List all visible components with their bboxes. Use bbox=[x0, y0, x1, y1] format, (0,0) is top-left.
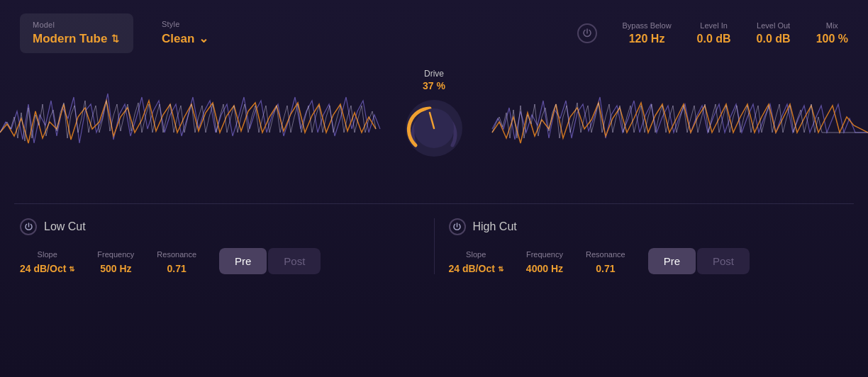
drive-knob[interactable] bbox=[403, 97, 465, 159]
model-label: Model bbox=[33, 21, 121, 29]
level-out-label: Level Out bbox=[757, 21, 791, 30]
high-cut-slope-label: Slope bbox=[449, 250, 503, 259]
style-value: Clean bbox=[162, 32, 194, 46]
bottom-section: Low Cut Slope 24 dB/Oct ⇅ Frequency 500 … bbox=[0, 204, 868, 274]
low-cut-slope-label: Slope bbox=[20, 250, 74, 259]
model-selector[interactable]: Modern Tube ⇅ bbox=[33, 32, 121, 46]
low-cut-title: Low Cut bbox=[20, 218, 420, 235]
low-cut-res-label: Resonance bbox=[157, 250, 196, 259]
level-in-group: Level In 0.0 dB bbox=[697, 21, 731, 45]
high-cut-res-value[interactable]: 0.71 bbox=[586, 263, 625, 274]
style-arrow-icon: ⌄ bbox=[199, 31, 208, 46]
waveform-area: Drive 37 % bbox=[0, 62, 868, 203]
low-cut-freq: Frequency 500 Hz bbox=[97, 250, 134, 274]
high-slope-arrows-icon: ⇅ bbox=[498, 265, 503, 273]
slope-arrows-icon: ⇅ bbox=[69, 265, 74, 273]
low-cut-slope-value[interactable]: 24 dB/Oct ⇅ bbox=[20, 263, 74, 274]
high-cut-res-label: Resonance bbox=[586, 250, 625, 259]
model-value: Modern Tube bbox=[33, 32, 107, 46]
high-cut-power-button[interactable] bbox=[449, 218, 466, 235]
high-cut-freq-value[interactable]: 4000 Hz bbox=[526, 263, 563, 274]
bypass-power-button[interactable] bbox=[577, 23, 597, 43]
bypass-below-group: Bypass Below 120 Hz bbox=[623, 21, 672, 45]
level-out-group: Level Out 0.0 dB bbox=[757, 21, 791, 45]
level-in-value[interactable]: 0.0 dB bbox=[697, 33, 731, 45]
high-cut-pre-button[interactable]: Pre bbox=[648, 248, 696, 274]
low-cut-power-button[interactable] bbox=[20, 218, 37, 235]
model-box: Model Modern Tube ⇅ bbox=[20, 13, 133, 53]
right-controls: Bypass Below 120 Hz Level In 0.0 dB Leve… bbox=[577, 21, 849, 45]
high-cut-res: Resonance 0.71 bbox=[586, 250, 625, 274]
low-cut-pre-post: Pre Post bbox=[219, 248, 321, 274]
low-cut-controls: Slope 24 dB/Oct ⇅ Frequency 500 Hz Reson… bbox=[20, 248, 420, 274]
low-cut-slope: Slope 24 dB/Oct ⇅ bbox=[20, 250, 74, 274]
high-cut-pre-post: Pre Post bbox=[648, 248, 750, 274]
low-cut-res-value[interactable]: 0.71 bbox=[157, 263, 196, 274]
low-cut-freq-label: Frequency bbox=[97, 250, 134, 259]
bypass-label: Bypass Below bbox=[623, 21, 672, 30]
high-cut-freq-label: Frequency bbox=[526, 250, 563, 259]
low-cut-pre-button[interactable]: Pre bbox=[219, 248, 267, 274]
level-out-value[interactable]: 0.0 dB bbox=[757, 33, 791, 45]
high-cut-controls: Slope 24 dB/Oct ⇅ Frequency 4000 Hz Reso… bbox=[449, 248, 849, 274]
model-arrows-icon: ⇅ bbox=[111, 33, 119, 44]
high-cut-post-button[interactable]: Post bbox=[697, 248, 750, 274]
mix-group: Mix 100 % bbox=[816, 21, 848, 45]
high-cut-title-text: High Cut bbox=[473, 220, 517, 233]
top-bar: Model Modern Tube ⇅ Style Clean ⌄ By bbox=[0, 0, 868, 62]
high-cut-title: High Cut bbox=[449, 218, 849, 235]
style-box: Style Clean ⌄ bbox=[162, 13, 208, 53]
level-in-label: Level In bbox=[697, 21, 731, 30]
low-cut-post-button[interactable]: Post bbox=[268, 248, 321, 274]
vertical-divider bbox=[434, 218, 435, 274]
low-cut-section: Low Cut Slope 24 dB/Oct ⇅ Frequency 500 … bbox=[20, 218, 420, 274]
mix-value[interactable]: 100 % bbox=[816, 33, 848, 45]
low-cut-freq-value[interactable]: 500 Hz bbox=[97, 263, 134, 274]
bypass-value[interactable]: 120 Hz bbox=[623, 33, 672, 45]
style-label: Style bbox=[162, 20, 208, 28]
main-container: Model Modern Tube ⇅ Style Clean ⌄ By bbox=[0, 0, 868, 377]
high-cut-freq: Frequency 4000 Hz bbox=[526, 250, 563, 274]
high-cut-slope-value[interactable]: 24 dB/Oct ⇅ bbox=[449, 263, 503, 274]
low-cut-title-text: Low Cut bbox=[44, 220, 86, 233]
low-cut-res: Resonance 0.71 bbox=[157, 250, 196, 274]
drive-knob-container: Drive 37 % bbox=[403, 62, 465, 159]
high-cut-slope: Slope 24 dB/Oct ⇅ bbox=[449, 250, 503, 274]
mix-label: Mix bbox=[816, 21, 848, 30]
drive-label: Drive bbox=[424, 69, 444, 79]
high-cut-section: High Cut Slope 24 dB/Oct ⇅ Frequency 400… bbox=[449, 218, 849, 274]
drive-value: 37 % bbox=[423, 80, 445, 91]
style-selector[interactable]: Clean ⌄ bbox=[162, 31, 208, 46]
